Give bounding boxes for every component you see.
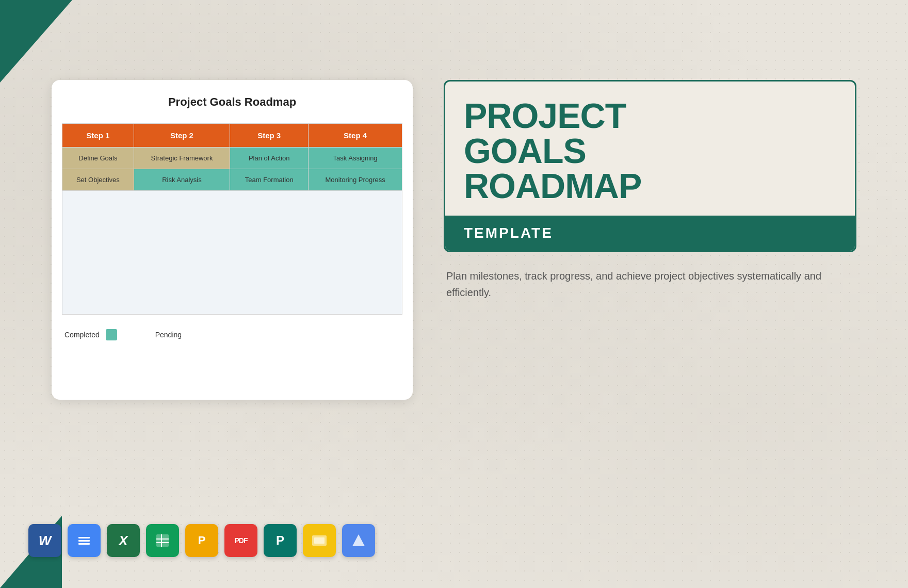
- cell-define-goals: Define Goals: [62, 148, 134, 169]
- header-step2: Step 2: [134, 124, 230, 148]
- description-text: Plan milestones, track progress, and ach…: [444, 268, 856, 301]
- cell-risk-analysis: Risk Analysis: [134, 169, 230, 191]
- legend: Completed Pending: [62, 329, 402, 340]
- cell-task-assigning: Task Assigning: [309, 148, 402, 169]
- legend-pending: Pending: [155, 331, 182, 339]
- table-row: Define Goals Strategic Framework Plan of…: [62, 148, 402, 169]
- card-title: Project Goals Roadmap: [62, 95, 402, 109]
- pdf-icon[interactable]: PDF: [224, 524, 257, 557]
- right-side: PROJECT GOALS ROADMAP TEMPLATE Plan mile…: [444, 80, 856, 301]
- svg-rect-0: [156, 534, 169, 547]
- title-line3: ROADMAP: [464, 168, 836, 203]
- title-card-top: PROJECT GOALS ROADMAP: [445, 81, 855, 216]
- header-step3: Step 3: [230, 124, 309, 148]
- content-wrapper: Project Goals Roadmap Step 1 Step 2 Step…: [52, 80, 856, 557]
- pending-label: Pending: [155, 331, 182, 339]
- header-step1: Step 1: [62, 124, 134, 148]
- legend-completed: Completed: [64, 331, 100, 339]
- decoration-triangle-top-left: [0, 0, 72, 83]
- excel-icon[interactable]: X: [107, 524, 140, 557]
- sheets-icon[interactable]: [146, 524, 179, 557]
- table-row: Set Objectives Risk Analysis Team Format…: [62, 169, 402, 191]
- keynote-icon[interactable]: [342, 524, 375, 557]
- cell-monitoring-progress: Monitoring Progress: [309, 169, 402, 191]
- table-header-row: Step 1 Step 2 Step 3 Step 4: [62, 124, 402, 148]
- cell-set-objectives: Set Objectives: [62, 169, 134, 191]
- title-line2: GOALS: [464, 133, 836, 168]
- title-subtitle: TEMPLATE: [464, 225, 836, 241]
- completed-color-box: [106, 329, 117, 340]
- publisher-icon[interactable]: P: [264, 524, 297, 557]
- pages-icon[interactable]: P: [185, 524, 218, 557]
- slides-icon[interactable]: [303, 524, 336, 557]
- empty-chart-area: [62, 191, 402, 315]
- roadmap-table: Step 1 Step 2 Step 3 Step 4 Define Goals…: [62, 123, 402, 191]
- cell-team-formation: Team Formation: [230, 169, 309, 191]
- completed-label: Completed: [64, 331, 100, 339]
- docs-icon[interactable]: [68, 524, 101, 557]
- title-line1: PROJECT: [464, 98, 836, 133]
- title-card-bottom: TEMPLATE: [445, 216, 855, 251]
- title-card: PROJECT GOALS ROADMAP TEMPLATE: [444, 80, 856, 252]
- header-step4: Step 4: [309, 124, 402, 148]
- word-icon[interactable]: W: [28, 524, 61, 557]
- svg-rect-5: [314, 537, 325, 544]
- cell-strategic-framework: Strategic Framework: [134, 148, 230, 169]
- left-card: Project Goals Roadmap Step 1 Step 2 Step…: [52, 80, 413, 400]
- svg-marker-6: [352, 534, 365, 546]
- app-icons-row: W X P PDF P: [28, 524, 375, 557]
- cell-plan-of-action: Plan of Action: [230, 148, 309, 169]
